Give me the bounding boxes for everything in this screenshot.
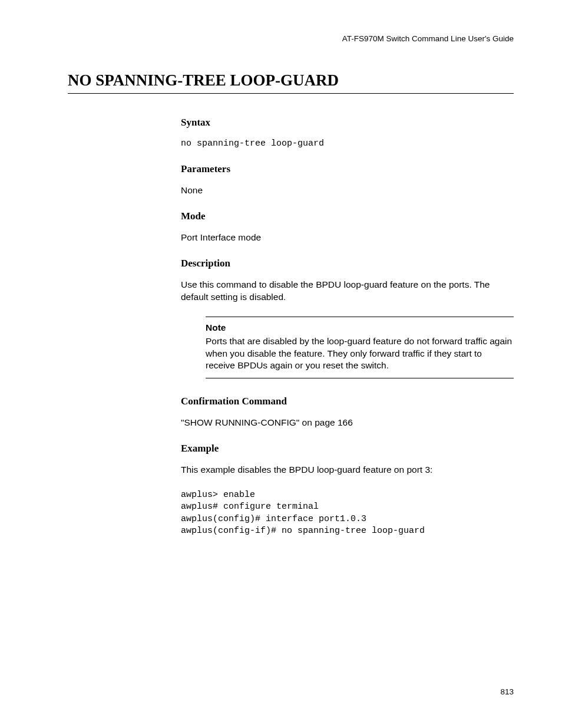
mode-heading: Mode [181,210,514,223]
note-label: Note [206,322,514,334]
confirmation-heading: Confirmation Command [181,395,514,409]
syntax-code: no spanning-tree loop-guard [181,138,514,150]
description-text: Use this command to disable the BPDU loo… [181,279,514,304]
note-text: Ports that are disabled by the loop-guar… [206,335,514,373]
example-code: awplus> enable awplus# configure termina… [181,489,514,537]
mode-text: Port Interface mode [181,232,514,244]
content-body: Syntax no spanning-tree loop-guard Param… [181,116,514,537]
syntax-heading: Syntax [181,116,514,130]
header-guide-title: AT-FS970M Switch Command Line User's Gui… [68,34,514,43]
parameters-text: None [181,185,514,197]
note-block: Note Ports that are disabled by the loop… [206,317,514,379]
parameters-heading: Parameters [181,163,514,176]
example-heading: Example [181,442,514,456]
description-heading: Description [181,257,514,271]
page-number: 813 [500,687,514,696]
page-title: NO SPANNING-TREE LOOP-GUARD [68,71,514,94]
confirmation-text: "SHOW RUNNING-CONFIG" on page 166 [181,417,514,429]
example-text: This example disables the BPDU loop-guar… [181,464,514,476]
